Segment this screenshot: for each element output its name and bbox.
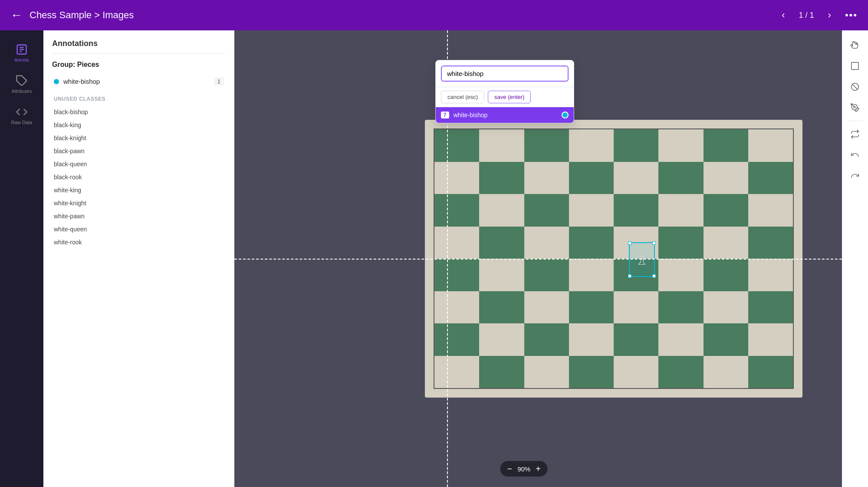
zoom-controls: − 90% + [500, 461, 547, 477]
rawdata-label: Raw Data [11, 120, 32, 125]
undo-button[interactable] [845, 145, 865, 165]
class-option-number: 7 [441, 112, 449, 118]
back-button[interactable]: ← [10, 8, 23, 22]
class-input-wrapper [436, 60, 574, 87]
attributes-label: Attributes [12, 89, 32, 94]
annots-label: Annots [14, 57, 29, 63]
chess-board-wrapper: ♗ [425, 120, 802, 398]
next-image-button[interactable]: › [825, 8, 835, 23]
canvas-area[interactable]: ♗ cancel (esc) save (enter) 7 white-bish… [234, 30, 842, 487]
chess-board [434, 128, 794, 389]
polygon-tool-button[interactable] [845, 77, 865, 96]
cancel-button[interactable]: cancel (esc) [441, 91, 484, 103]
annotations-title: Annotations [52, 39, 226, 54]
brush-tool-button[interactable] [845, 98, 865, 117]
rect-icon [850, 61, 860, 71]
header-title: Chess Sample > Images [30, 10, 778, 21]
brush-icon [850, 103, 860, 112]
unused-class-black-pawn[interactable]: black-pawn [52, 145, 226, 158]
annotation-count: 1 [214, 77, 224, 86]
unused-class-black-knight[interactable]: black-knight [52, 132, 226, 145]
polygon-icon [850, 82, 860, 92]
flip-icon [850, 129, 860, 139]
handle-tr[interactable] [652, 241, 656, 245]
redo-icon [850, 171, 860, 181]
svg-line-4 [852, 84, 858, 90]
rawdata-icon [16, 106, 28, 118]
unused-class-white-king[interactable]: white-king [52, 184, 226, 197]
selection-box[interactable]: ♗ [629, 242, 655, 277]
header-navigation: ‹ 1 / 1 › [778, 8, 835, 23]
annotations-panel: Annotations Group: Pieces white-bishop 1… [43, 30, 234, 487]
annotation-item-white-bishop[interactable]: white-bishop 1 [52, 74, 226, 89]
handle-tl[interactable] [628, 241, 631, 245]
sidebar-item-attributes[interactable]: Attributes [0, 69, 43, 100]
unused-class-black-queen[interactable]: black-queen [52, 158, 226, 171]
svg-rect-2 [852, 63, 859, 70]
unused-class-white-pawn[interactable]: white-pawn [52, 210, 226, 223]
zoom-out-button[interactable]: − [507, 464, 512, 473]
unused-class-white-rook[interactable]: white-rook [52, 236, 226, 249]
main-content: Annots Attributes Raw Data Annotations G… [0, 30, 868, 487]
unused-class-white-queen[interactable]: white-queen [52, 223, 226, 236]
right-toolbar [842, 30, 868, 487]
annotation-name: white-bishop [63, 78, 214, 85]
class-actions: cancel (esc) save (enter) [436, 87, 574, 107]
rect-tool-button[interactable] [845, 56, 865, 76]
more-options-button[interactable]: ••• [845, 10, 858, 21]
hand-tool-button[interactable] [845, 36, 865, 55]
header: ← Chess Sample > Images ‹ 1 / 1 › ••• [0, 0, 868, 30]
hand-icon [850, 40, 860, 50]
page-indicator: 1 / 1 [799, 11, 814, 20]
sidebar: Annots Attributes Raw Data [0, 30, 43, 487]
toolbar-divider [847, 121, 863, 121]
undo-icon [850, 150, 860, 160]
class-dropdown: cancel (esc) save (enter) 7 white-bishop [435, 60, 574, 123]
unused-class-black-bishop[interactable]: black-bishop [52, 105, 226, 118]
class-option-name: white-bishop [454, 112, 562, 118]
class-search-input[interactable] [441, 66, 569, 82]
prev-image-button[interactable]: ‹ [778, 8, 788, 23]
unused-class-black-king[interactable]: black-king [52, 118, 226, 132]
annots-icon [16, 43, 28, 56]
zoom-value: 90% [517, 465, 530, 473]
flip-tool-button[interactable] [845, 125, 865, 144]
unused-classes-label: UNUSED CLASSES [54, 96, 226, 102]
svg-point-5 [854, 106, 855, 108]
group-label: Group: Pieces [52, 61, 226, 69]
class-option-white-bishop[interactable]: 7 white-bishop [436, 107, 574, 123]
attributes-icon [16, 75, 28, 87]
redo-button[interactable] [845, 166, 865, 185]
chess-image: ♗ [425, 120, 802, 398]
zoom-in-button[interactable]: + [536, 464, 541, 473]
sidebar-item-annots[interactable]: Annots [0, 37, 43, 69]
sidebar-item-rawdata[interactable]: Raw Data [0, 100, 43, 131]
class-option-check [562, 112, 569, 118]
annotation-dot [54, 79, 59, 84]
chess-piece: ♗ [630, 243, 654, 276]
unused-class-white-knight[interactable]: white-knight [52, 197, 226, 210]
unused-class-black-rook[interactable]: black-rook [52, 171, 226, 184]
handle-bl[interactable] [628, 274, 631, 278]
handle-br[interactable] [652, 274, 656, 278]
save-button[interactable]: save (enter) [488, 91, 531, 103]
